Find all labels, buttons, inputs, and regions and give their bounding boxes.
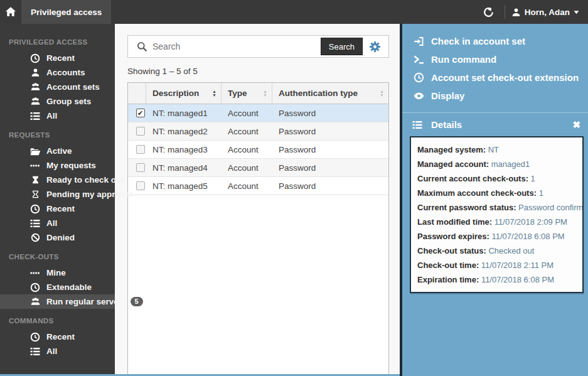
detail-row-current-checkouts: Current account check-outs: 1 [417, 171, 582, 186]
column-label: Authentication type [279, 89, 358, 98]
sidebar-item-account-sets[interactable]: Account sets [0, 80, 115, 94]
tab-privileged-access[interactable]: Privileged access [21, 0, 111, 24]
action-label: Run command [431, 54, 496, 65]
users-icon [29, 297, 41, 307]
section-commands: COMMANDS Recent All [0, 309, 115, 358]
row-checkbox[interactable] [136, 127, 145, 136]
sidebar-item-extendable[interactable]: Extendable [0, 280, 115, 294]
sidebar-item-label: Ready to check out [46, 175, 124, 185]
row-checkbox[interactable] [136, 145, 145, 154]
sidebar-item-label: Run regular server . [46, 297, 127, 306]
row-checkbox[interactable] [136, 163, 145, 172]
detail-row-max-checkouts: Maximum account check-outs: 1 [417, 186, 582, 200]
sidebar-item-label: Group sets [46, 97, 91, 106]
sidebar-item-pending-my-approval[interactable]: Pending my approval [0, 187, 115, 201]
sort-icon: ▲▼ [263, 90, 267, 97]
table-row[interactable]: NT: managed4 Account Password [128, 159, 388, 177]
detail-row-expiration-time: Expiration time: 11/07/2018 6:08 PM [417, 272, 582, 287]
sidebar-item-label: My requests [46, 161, 96, 170]
action-check-in-account-set[interactable]: Check in account set [402, 32, 588, 50]
sidebar-item-label: All [46, 111, 57, 121]
detail-row-last-modified: Last modified time: 11/07/2018 2:09 PM [417, 215, 582, 229]
column-label: Type [228, 89, 247, 98]
column-header-description[interactable]: Description ▲▼ [146, 83, 222, 104]
cell-type: Account [222, 104, 272, 122]
clock-icon [29, 204, 41, 214]
sort-icon: ▲▼ [380, 90, 384, 97]
action-account-set-check-out-extension[interactable]: Account set check-out extension [402, 68, 588, 87]
sort-ascending-icon: ▲▼ [212, 90, 216, 97]
detail-row-password-status: Current password status: Password confir… [417, 200, 582, 215]
cell-auth-type: Password [272, 104, 388, 122]
sidebar-item-run-regular-server[interactable]: Run regular server . 5 [0, 294, 115, 309]
cell-description: NT: managed1 [146, 104, 222, 122]
column-header-type[interactable]: Type ▲▼ [222, 83, 272, 104]
detail-row-managed-system: Managed system: NT [417, 142, 582, 157]
gear-icon[interactable] [369, 41, 381, 53]
cell-type: Account [222, 122, 272, 140]
table-row[interactable]: NT: managed2 Account Password [128, 122, 388, 141]
sidebar-item-recent[interactable]: Recent [0, 51, 115, 65]
clock-icon [29, 332, 41, 342]
home-button[interactable] [0, 0, 21, 24]
sidebar-item-label: Mine [46, 268, 66, 277]
sidebar-item-group-sets[interactable]: Group sets [0, 94, 115, 109]
search-input[interactable] [152, 41, 321, 51]
column-label: Description [152, 89, 199, 98]
table-row[interactable]: NT: managed5 Account Password [128, 177, 388, 195]
sidebar-item-label: Active [46, 146, 72, 156]
home-icon [4, 6, 17, 18]
main-content: Search Showing 1 – 5 of 5 Description ▲▼… [115, 24, 400, 376]
details-title: Details [431, 119, 462, 130]
topbar: Privileged access Horn, Adan [0, 0, 588, 24]
row-checkbox-checked[interactable]: ✔ [136, 109, 145, 117]
results-summary: Showing 1 – 5 of 5 [127, 67, 198, 76]
user-icon [29, 68, 41, 78]
cell-auth-type: Password [272, 122, 388, 140]
close-icon[interactable]: ✖ [572, 121, 580, 129]
user-icon [511, 8, 521, 17]
search-bar: Search [127, 35, 389, 58]
sidebar-item-commands-recent[interactable]: Recent [0, 330, 115, 344]
sidebar-item-label: Account sets [46, 82, 100, 92]
table-row[interactable]: NT: managed3 Account Password [128, 141, 388, 159]
sidebar-item-label: Extendable [46, 282, 92, 292]
topbar-divider [505, 5, 505, 19]
sidebar-item-commands-all[interactable]: All [0, 344, 115, 358]
table-row[interactable]: ✔ NT: managed1 Account Password [128, 104, 388, 122]
refresh-icon [483, 7, 494, 18]
action-label: Account set check-out extension [431, 72, 579, 83]
sidebar-item-requests-recent[interactable]: Recent [0, 201, 115, 216]
cell-auth-type: Password [272, 159, 388, 176]
right-panel: Check in account set Run command Account… [400, 24, 588, 376]
detail-row-checkout-status: Check-out status: Checked out [417, 244, 582, 258]
sidebar-item-label: Denied [46, 233, 75, 242]
refresh-button[interactable] [479, 7, 498, 18]
user-menu[interactable]: Horn, Adan [511, 8, 588, 17]
column-header-authentication-type[interactable]: Authentication type ▲▼ [272, 83, 388, 104]
ellipsis-icon [29, 268, 41, 278]
action-run-command[interactable]: Run command [402, 50, 588, 68]
hourglass-icon [29, 175, 41, 185]
cell-type: Account [222, 159, 272, 176]
action-label: Display [431, 90, 464, 101]
row-checkbox[interactable] [136, 181, 145, 190]
search-button-label: Search [329, 42, 355, 51]
action-label: Check in account set [431, 36, 525, 46]
header-checkbox-column [128, 83, 146, 104]
sidebar-item-label: Recent [46, 332, 75, 341]
detail-row-checkout-time: Check-out time: 11/07/2018 2:11 PM [417, 258, 582, 272]
sidebar-item-requests-all[interactable]: All [0, 216, 115, 230]
sidebar-item-label: Accounts [46, 68, 85, 77]
sidebar-item-all[interactable]: All [0, 109, 115, 123]
sidebar-item-active[interactable]: Active [0, 144, 115, 158]
action-display[interactable]: Display [402, 87, 588, 105]
sidebar-item-ready-to-check-out[interactable]: Ready to check out [0, 173, 115, 187]
sidebar-item-accounts[interactable]: Accounts [0, 65, 115, 80]
sidebar-item-mine[interactable]: Mine [0, 266, 115, 280]
search-button[interactable]: Search [321, 38, 363, 55]
ban-icon [29, 233, 41, 243]
sidebar-item-my-requests[interactable]: My requests [0, 158, 115, 173]
sidebar-item-label: Recent [46, 204, 75, 213]
sidebar-item-denied[interactable]: Denied [0, 230, 115, 245]
